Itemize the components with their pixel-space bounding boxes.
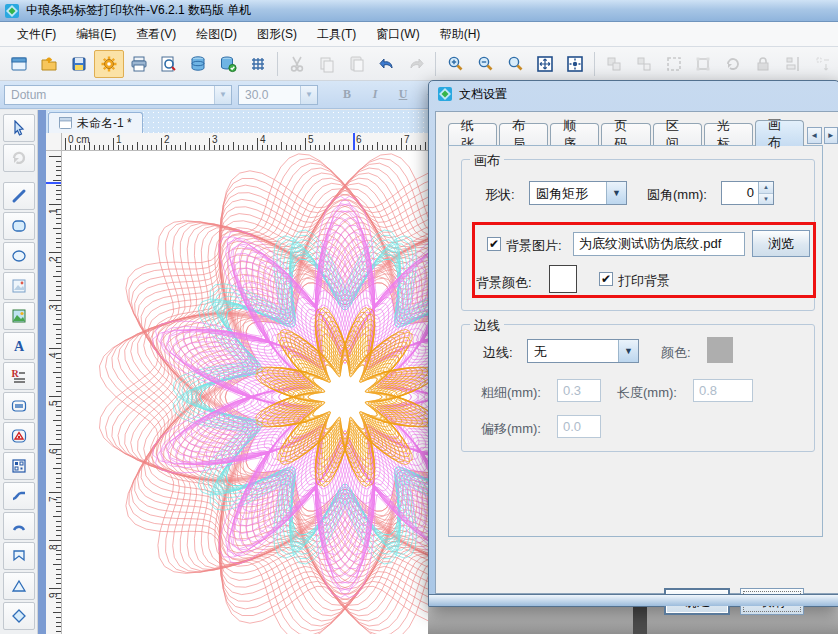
tab-paper[interactable]: 纸张 [448, 123, 497, 146]
spinner-down-icon[interactable]: ▼ [759, 194, 773, 205]
menu-file[interactable]: 文件(F) [8, 23, 65, 46]
open-file-button[interactable] [34, 50, 64, 78]
border-color-swatch[interactable] [707, 337, 733, 363]
paste-button[interactable] [342, 50, 372, 78]
document-tab[interactable]: 未命名-1 * [48, 112, 143, 133]
copy-button[interactable] [312, 50, 342, 78]
select-tool-button[interactable] [3, 114, 35, 142]
save-button[interactable] [64, 50, 94, 78]
background-image-path-input[interactable] [573, 232, 745, 256]
cursor-position-marker-v [46, 182, 61, 184]
align-button[interactable] [778, 50, 808, 78]
zoom-out-button[interactable] [470, 50, 500, 78]
corner-radius-spinner[interactable]: 0 ▲▼ [721, 181, 774, 205]
curve-tool-button[interactable] [3, 482, 35, 510]
grid-button[interactable] [243, 50, 273, 78]
dialog-titlebar[interactable]: 文档设置 [429, 81, 838, 107]
triangle-tool-button[interactable] [3, 572, 35, 600]
border-group-label: 边线 [470, 317, 504, 335]
image-tool-button[interactable] [3, 302, 35, 330]
line-tool-button[interactable] [3, 182, 35, 210]
ungroup-button[interactable] [629, 50, 659, 78]
lock-button[interactable] [748, 50, 778, 78]
rounded-rect-tool-button[interactable] [3, 212, 35, 240]
diamond-tool-button[interactable] [3, 602, 35, 630]
spinner-up-icon[interactable]: ▲ [759, 182, 773, 194]
cursor-position-marker-h [353, 133, 355, 150]
shape-combo[interactable]: 圆角矩形 ▼ [529, 181, 627, 205]
redo-button[interactable] [402, 50, 432, 78]
background-image-checkbox[interactable]: ✔ [487, 237, 501, 251]
offset-input[interactable] [557, 415, 601, 438]
italic-button[interactable]: I [364, 85, 386, 105]
document-settings-button[interactable] [94, 50, 124, 78]
fit-page-button[interactable] [530, 50, 560, 78]
chevron-down-icon[interactable]: ▼ [214, 86, 231, 104]
qrcode-tool-button[interactable] [3, 452, 35, 480]
fit-width-button[interactable] [560, 50, 590, 78]
select-region-button[interactable] [659, 50, 689, 78]
polygon-tool-button[interactable] [3, 542, 35, 570]
menu-tools[interactable]: 工具(T) [308, 23, 365, 46]
menu-window[interactable]: 窗口(W) [367, 23, 428, 46]
thickness-input[interactable] [557, 379, 601, 402]
picture-frame-tool-button[interactable] [3, 272, 35, 300]
chevron-down-icon[interactable]: ▼ [618, 340, 638, 362]
text-tool-button[interactable]: A [3, 332, 35, 360]
chevron-down-icon[interactable]: ▼ [606, 182, 626, 204]
distribute-button[interactable] [808, 50, 838, 78]
chevron-down-icon[interactable]: ▼ [300, 86, 317, 104]
tab-scroll-right-button[interactable]: ► [824, 127, 838, 144]
rich-text-tool-button[interactable]: R [3, 362, 35, 390]
font-family-combo[interactable]: Dotum ▼ [4, 85, 232, 105]
menu-edit[interactable]: 编辑(E) [67, 23, 125, 46]
new-document-button[interactable] [4, 50, 34, 78]
menu-help[interactable]: 帮助(H) [431, 23, 490, 46]
font-size-combo[interactable]: 30.0 ▼ [238, 85, 318, 105]
menu-view[interactable]: 查看(V) [127, 23, 185, 46]
print-preview-button[interactable] [153, 50, 183, 78]
menu-draw[interactable]: 绘图(D) [187, 23, 246, 46]
ruler-tick [415, 145, 416, 150]
ruler-tick [49, 396, 61, 397]
tab-interval[interactable]: 区间 [653, 123, 702, 146]
ruler-tick [305, 138, 306, 150]
print-background-checkbox[interactable]: ✔ [599, 272, 613, 286]
ruler-tick [223, 145, 224, 150]
logo-shape-tool-button[interactable] [3, 422, 35, 450]
rotate-tool-button[interactable] [3, 144, 35, 172]
ruler-tick [53, 516, 61, 517]
ruler-tick [56, 607, 61, 608]
ellipse-tool-button[interactable] [3, 242, 35, 270]
print-button[interactable] [124, 50, 154, 78]
transform-button[interactable] [689, 50, 719, 78]
ruler-tick [319, 145, 320, 150]
tab-scroll-left-button[interactable]: ◄ [807, 127, 821, 144]
barcode-tool-button[interactable] [3, 392, 35, 420]
tab-cursor[interactable]: 光标 [704, 123, 753, 146]
rotate-object-button[interactable] [718, 50, 748, 78]
browse-button[interactable]: 浏览 [752, 230, 810, 257]
zoom-tool-button[interactable] [500, 50, 530, 78]
database-button[interactable] [183, 50, 213, 78]
tab-canvas[interactable]: 画布 [755, 120, 804, 146]
database-connect-button[interactable] [213, 50, 243, 78]
underline-button[interactable]: U [392, 85, 414, 105]
ruler-tick [281, 142, 282, 150]
bold-button[interactable]: B [336, 85, 358, 105]
tab-layout[interactable]: 布局 [499, 123, 548, 146]
cut-button[interactable] [282, 50, 312, 78]
background-color-swatch[interactable] [549, 265, 577, 293]
zoom-in-button[interactable] [440, 50, 470, 78]
length-input[interactable] [693, 379, 753, 402]
tab-page-number[interactable]: 页码 [601, 123, 650, 146]
gold-inner-star [278, 331, 411, 463]
undo-button[interactable] [372, 50, 402, 78]
group-button[interactable] [599, 50, 629, 78]
ruler-tick [406, 145, 407, 150]
arc-tool-button[interactable] [3, 512, 35, 540]
vruler-label: 8 [48, 544, 59, 550]
menu-shape[interactable]: 图形(S) [248, 23, 306, 46]
tab-order[interactable]: 顺序 [550, 123, 599, 146]
border-line-combo[interactable]: 无 ▼ [527, 339, 639, 363]
